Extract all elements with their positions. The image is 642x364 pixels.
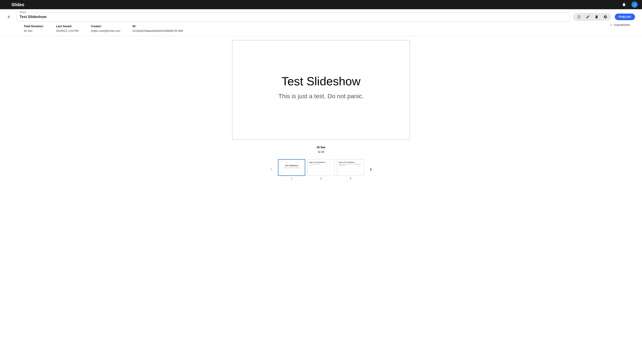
name-field: Name	[17, 12, 569, 22]
slide-canvas: Test Slideshow This is just a test. Do n…	[232, 40, 410, 140]
thumb-subtitle: This is also only a test.	[309, 163, 321, 165]
topbar: Slides J	[0, 0, 642, 9]
prev-slide-button[interactable]	[267, 165, 276, 174]
settings-button[interactable]	[601, 14, 609, 20]
slide-title: Test Slideshow	[282, 74, 360, 88]
meta-creator: Creator: skykit.user@email.com	[91, 24, 120, 32]
meta-creator-value: skykit.user@email.com	[91, 29, 120, 32]
slide-subtitle: This is just a test. Do not panic.	[278, 93, 364, 100]
meta-duration-value: 30 Sec	[24, 29, 44, 32]
slide-thumbnail[interactable]: Test SlideshowThis is just a test. Do no…	[278, 159, 305, 176]
status-text: Unpublished	[614, 23, 630, 26]
thumb-number: 3	[350, 177, 351, 180]
next-slide-button[interactable]	[366, 165, 375, 174]
meta-id-label: ID:	[133, 24, 183, 28]
meta-id: ID: 01c6a2d7daba4db4a54248968b767464	[133, 24, 183, 32]
sync-icon	[577, 15, 581, 19]
slide-position: 1 / 3	[316, 150, 325, 154]
status-badge: Unpublished	[610, 23, 630, 26]
meta-last-saved-label: Last Saved:	[56, 24, 79, 28]
publish-button[interactable]: PUBLISH	[615, 14, 635, 20]
meta-last-saved: Last Saved: 03/09/22 2:03 PM	[56, 24, 79, 32]
meta-id-value: 01c6a2d7daba4db4a54248968b767464	[133, 29, 183, 32]
preview-area: Test Slideshow This is just a test. Do n…	[0, 36, 642, 180]
chevron-left-icon	[268, 167, 274, 172]
toolbar-group	[573, 13, 611, 21]
thumb-subtitle: Again, this is only a test. How many tim…	[339, 163, 362, 166]
bell-icon[interactable]	[622, 2, 626, 7]
name-label: Name	[19, 11, 27, 14]
avatar[interactable]: J	[631, 2, 637, 8]
thumb-number: 2	[320, 177, 322, 180]
back-button[interactable]	[5, 13, 13, 21]
meta-row: Total Duration: 30 Sec Last Saved: 03/09…	[0, 22, 642, 36]
thumb-title: Page 3 of Test Slideshow	[339, 162, 355, 163]
topbar-right: J	[622, 2, 637, 8]
slide-thumbnail[interactable]: Page 2 of Test SlideshowThis is also onl…	[307, 159, 335, 176]
thumb-wrap: Test SlideshowThis is just a test. Do no…	[278, 159, 305, 180]
edit-button[interactable]	[584, 14, 592, 20]
app-title: Slides	[12, 2, 24, 7]
slide-duration: 10 Sec	[316, 145, 325, 150]
sync-button[interactable]	[575, 14, 583, 20]
header-row: Name PUBLISH	[0, 9, 642, 22]
trash-icon	[595, 15, 598, 19]
pencil-icon	[586, 15, 590, 19]
meta-creator-label: Creator:	[91, 24, 120, 28]
gear-icon	[603, 15, 607, 19]
status-dot-icon	[610, 24, 612, 26]
slide-thumbnail[interactable]: Page 3 of Test SlideshowAgain, this is o…	[337, 159, 364, 176]
thumb-subtitle: This is just a test. Do not panic.	[284, 167, 299, 168]
thumb-strip: Test SlideshowThis is just a test. Do no…	[267, 159, 375, 180]
meta-last-saved-value: 03/09/22 2:03 PM	[56, 29, 79, 32]
name-input[interactable]	[17, 12, 569, 22]
slide-meta: 10 Sec 1 / 3	[316, 145, 325, 154]
thumb-wrap: Page 2 of Test SlideshowThis is also onl…	[307, 159, 335, 180]
delete-button[interactable]	[592, 14, 601, 20]
thumb-number: 1	[291, 177, 292, 180]
thumb-title: Page 2 of Test Slideshow	[309, 162, 325, 163]
chevron-right-icon	[368, 167, 374, 172]
thumb-title: Test Slideshow	[285, 164, 298, 167]
meta-duration-label: Total Duration:	[24, 24, 44, 28]
meta-duration: Total Duration: 30 Sec	[24, 24, 44, 32]
thumbs-container: Test SlideshowThis is just a test. Do no…	[278, 159, 364, 180]
thumb-wrap: Page 3 of Test SlideshowAgain, this is o…	[337, 159, 364, 180]
